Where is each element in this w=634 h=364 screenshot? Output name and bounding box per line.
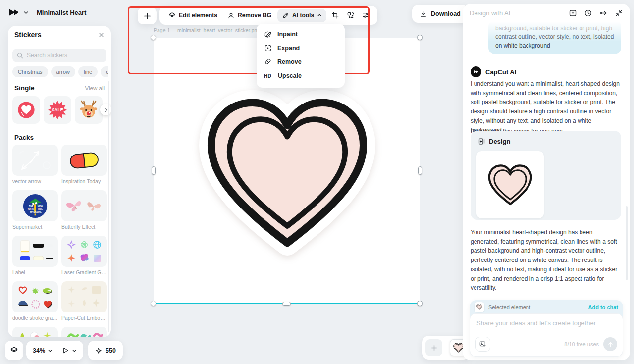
chat-panel-title: Design with AI [470,9,569,17]
svg-text:TIME: TIME [38,208,43,210]
menu-item-upscale[interactable]: HD Upscale [257,69,345,83]
pack-doodle-stroke[interactable]: doodle stroke graphi... [12,281,58,321]
user-message-bubble: background, suitable for sticker or prin… [488,20,621,54]
expand-icon [264,44,272,52]
selection-handle-bottom[interactable] [282,302,291,306]
tag-line[interactable]: line [78,66,98,77]
selection-handle-bottom-right[interactable] [417,301,423,306]
chevron-down-icon [48,348,53,353]
design-result-card: Design [471,131,621,220]
pack-supermarket[interactable]: THENEW YORKTIME MAGAZINE Supermarket [12,190,58,230]
red-heart-badge-icon [16,100,37,120]
credits-button[interactable]: 550 [88,341,123,360]
edit-elements-button[interactable]: Edit elements [164,12,221,19]
layers-button[interactable] [5,341,23,360]
app-header-left: Minimalist Heart [8,6,86,18]
svg-text:MAGAZINE: MAGAZINE [30,210,42,213]
capcut-logo-icon[interactable] [8,6,20,18]
ai-pen-icon [282,12,289,19]
layers-icon [168,12,176,19]
send-button[interactable] [603,337,617,351]
sticker-red-heart-badge[interactable] [12,96,40,124]
inspiration-today-art [67,149,102,172]
pack-partial-right[interactable] [61,327,107,337]
person-icon [227,12,235,19]
stickers-panel-title: Stickers [14,31,41,39]
download-icon [420,10,427,18]
tag-circle[interactable]: circle [101,66,108,77]
assistant-message-result: Your minimalist heart-shaped design has … [471,228,622,293]
project-title[interactable]: Minimalist Heart [37,9,86,16]
generated-design-thumbnail[interactable] [476,151,544,218]
supermarket-art: THENEW YORKTIME MAGAZINE [22,193,49,219]
menu-item-remove[interactable]: Remove [257,55,345,69]
zoom-selector[interactable]: 34% [33,347,53,354]
ai-tools-button[interactable]: AI tools [277,9,326,22]
replace-icon[interactable] [344,9,357,22]
pack-laser-gradient[interactable]: Laser Gradient Grap... [61,236,107,275]
view-all-link[interactable]: View all [85,85,105,91]
add-element-button[interactable] [138,7,157,24]
crop-icon[interactable] [328,9,342,22]
label-art [16,239,54,264]
pack-inspiration-today[interactable]: Inspiration Today [61,145,107,184]
tag-arrow[interactable]: arrow [51,66,76,77]
adjust-sliders-icon[interactable] [359,9,372,22]
divider [57,347,57,355]
layers-icon [10,346,18,355]
panel-scrollbar[interactable] [108,81,109,332]
tag-christmas[interactable]: Christmas [12,66,48,77]
menu-item-expand[interactable]: Expand [257,41,345,55]
download-button[interactable]: Download [412,5,468,23]
cursor-mode-selector[interactable] [62,347,77,354]
arrow-up-icon [607,341,614,348]
chat-input-box: Selected element Add to chat 8/10 free u… [470,300,623,357]
page-label: Page 1 –minimalist_heart_vector_sticker.… [154,27,260,33]
stickers-panel: Stickers Christmas arrow line circle Sin… [8,26,111,337]
add-to-chat-link[interactable]: Add to chat [588,304,619,310]
heart-sticker-artwork[interactable] [190,78,384,266]
single-stickers-row: SALE [12,96,111,124]
selection-handle-top-left[interactable] [151,35,156,40]
attach-image-button[interactable] [476,337,490,352]
assistant-name: CapCut AI [485,68,516,76]
pack-butterfly-effect[interactable]: Butterfly Effect [61,190,107,230]
sticker-search[interactable] [12,49,106,62]
chevron-down-icon [72,348,77,353]
share-icon[interactable] [599,9,608,17]
pack-label[interactable]: Label [12,236,58,275]
sticker-sale-burst[interactable]: SALE [44,96,71,124]
pack-paper-cut[interactable]: Paper-Cut Embossi... [61,281,107,321]
search-input[interactable] [27,52,102,59]
pack-partial-left[interactable] [12,327,58,337]
laser-gradient-art [65,239,103,264]
chevron-up-icon [317,13,322,18]
selection-handle-bottom-left[interactable] [151,301,156,306]
design-ai-panel: Design with AI background, suitable for … [463,4,630,360]
history-icon[interactable] [584,9,592,17]
pack-vector-arrow[interactable]: vector arrow [12,145,58,184]
selection-handle-top-right[interactable] [417,35,423,40]
chat-scrollbar[interactable] [626,206,628,280]
doodle-icons-art [16,330,54,338]
selection-handle-left[interactable] [152,166,156,175]
chat-input[interactable] [476,319,616,332]
sticker-reindeer[interactable] [75,96,103,124]
divider [446,344,446,352]
chevron-down-icon[interactable] [23,10,29,15]
remove-bg-button[interactable]: Remove BG [223,12,275,19]
new-chat-icon[interactable] [569,9,577,17]
add-page-button[interactable] [425,339,442,356]
menu-item-inpaint[interactable]: Inpaint [257,27,345,41]
sticker-tags: Christmas arrow line circle [12,66,108,77]
squiggle-art [65,330,103,338]
sparkle-icon [95,347,102,354]
eraser-icon [264,58,272,66]
selection-handle-right[interactable] [418,166,422,175]
vector-arrow-art [16,148,54,173]
search-icon [17,52,23,59]
capcut-ai-avatar [471,66,481,77]
context-toolbar: Edit elements Remove BG AI tools [159,6,377,25]
collapse-icon[interactable] [615,9,623,17]
close-icon[interactable] [98,32,105,38]
